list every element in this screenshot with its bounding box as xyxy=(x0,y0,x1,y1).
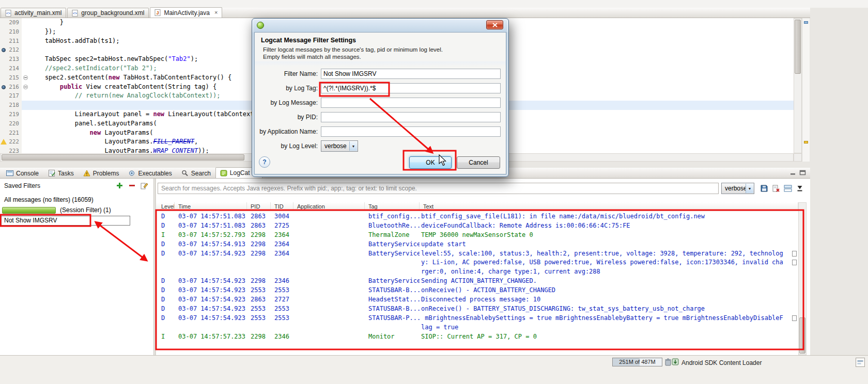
filter-item-selected[interactable]: Not Show IMGSRV xyxy=(1,216,130,226)
log-tag-input[interactable] xyxy=(321,83,501,93)
dialog-close-button[interactable] xyxy=(486,20,503,29)
fold-column[interactable] xyxy=(22,27,30,37)
filter-item-all-messages[interactable]: All messages (no filters) (16059) xyxy=(4,196,94,203)
gutter-marker-column[interactable] xyxy=(0,83,7,92)
filter-name-input[interactable] xyxy=(321,69,501,79)
gutter-marker-column[interactable] xyxy=(0,18,7,27)
log-message-input[interactable] xyxy=(321,98,501,108)
gutter-marker-column[interactable] xyxy=(0,45,7,55)
log-row[interactable]: I03-07 14:57:57.23322982346MonitorSIOP::… xyxy=(156,332,798,342)
line-number[interactable]: 220 xyxy=(7,119,22,129)
line-number[interactable]: 214 xyxy=(7,64,22,73)
display-panes-button[interactable] xyxy=(782,183,794,194)
logcat-vertical-scrollbar[interactable] xyxy=(798,202,807,355)
line-number[interactable]: 212 xyxy=(7,45,22,55)
fold-column[interactable] xyxy=(22,45,30,55)
line-number[interactable]: 222 xyxy=(7,137,22,147)
editor-vertical-scrollbar[interactable] xyxy=(794,18,802,153)
column-header-tag[interactable]: Tag xyxy=(365,202,420,211)
column-header-pid[interactable]: PID xyxy=(247,202,271,211)
view-tab-executables[interactable]: Executables xyxy=(123,168,176,178)
breakpoint-icon[interactable] xyxy=(2,85,6,89)
line-number[interactable]: 216 xyxy=(7,83,22,92)
view-tab-search[interactable]: Search xyxy=(177,168,215,178)
gutter-marker-column[interactable] xyxy=(0,147,7,153)
gutter-marker-column[interactable] xyxy=(0,110,7,119)
logcat-level-select[interactable]: verbose ▼ xyxy=(721,183,754,194)
fold-column[interactable] xyxy=(22,101,30,110)
gutter-marker-column[interactable] xyxy=(0,91,7,101)
log-row[interactable]: D03-07 14:57:54.92325532553STATUSBAR-B..… xyxy=(156,286,798,295)
gutter-marker-column[interactable] xyxy=(0,27,7,37)
scrollbar-thumb[interactable] xyxy=(799,317,805,354)
save-log-button[interactable] xyxy=(758,183,770,194)
log-row[interactable]: rger:0, online:4, charge type:1, current… xyxy=(156,267,798,277)
breakpoint-icon[interactable] xyxy=(2,48,6,52)
line-number[interactable]: 213 xyxy=(7,55,22,64)
cancel-button[interactable]: Cancel xyxy=(457,156,500,169)
panel-minimize-icon[interactable] xyxy=(788,169,797,177)
line-number[interactable]: 211 xyxy=(7,37,22,46)
log-row[interactable]: D03-07 14:57:51.08328633004btif_config..… xyxy=(156,212,798,221)
fold-column[interactable] xyxy=(22,137,30,147)
add-filter-button[interactable] xyxy=(115,181,124,190)
annotation-ruler[interactable] xyxy=(802,18,810,162)
fold-column[interactable] xyxy=(22,73,30,83)
line-number[interactable]: 219 xyxy=(7,110,22,119)
fold-collapse-icon[interactable] xyxy=(23,85,28,89)
log-row[interactable]: lag = true xyxy=(156,323,798,332)
ok-button[interactable]: OK xyxy=(409,156,452,169)
logcat-search-input[interactable] xyxy=(158,183,719,194)
log-row[interactable]: D03-07 14:57:54.92328632727HeadsetStat..… xyxy=(156,295,798,305)
trash-icon[interactable] xyxy=(665,358,671,367)
log-row[interactable]: y: Li-ion, AC powered:false, USB powered… xyxy=(156,258,798,267)
tab-close-icon[interactable]: × xyxy=(214,10,218,15)
fold-column[interactable] xyxy=(22,147,30,153)
gutter-marker-column[interactable] xyxy=(0,55,7,64)
filter-item-session[interactable]: (Session Filter) (1) xyxy=(2,206,111,214)
fold-column[interactable] xyxy=(22,119,30,129)
scrollbar-thumb[interactable] xyxy=(795,20,801,74)
panel-maximize-icon[interactable] xyxy=(798,169,807,177)
log-row[interactable]: D03-07 14:57:54.92322982346BatteryServic… xyxy=(156,277,798,286)
column-header-application[interactable]: Application xyxy=(293,202,365,211)
view-tab-tasks[interactable]: Tasks xyxy=(43,168,79,178)
log-row[interactable]: I03-07 14:57:52.79322982364ThermalZoneTE… xyxy=(156,231,798,240)
warning-mark[interactable] xyxy=(804,141,808,143)
log-row[interactable]: D03-07 14:57:51.08328632725BluetoothRe..… xyxy=(156,221,798,231)
gutter-marker-column[interactable] xyxy=(0,119,7,129)
gutter-marker-column[interactable] xyxy=(0,73,7,83)
gutter-marker-column[interactable] xyxy=(0,64,7,73)
column-header-text[interactable]: Text xyxy=(420,202,798,211)
line-number[interactable]: 218 xyxy=(7,101,22,110)
help-button[interactable]: ? xyxy=(259,156,270,168)
line-number[interactable]: 217 xyxy=(7,91,22,101)
editor-tab-MainActivity.java[interactable]: JMainActivity.java× xyxy=(150,7,222,18)
column-header-level[interactable]: Level xyxy=(156,202,175,211)
application-name-input[interactable] xyxy=(321,126,501,137)
edit-filter-button[interactable] xyxy=(140,181,149,190)
fold-column[interactable] xyxy=(22,64,30,73)
remove-filter-button[interactable] xyxy=(128,181,136,190)
gutter-marker-column[interactable] xyxy=(0,101,7,110)
fold-column[interactable] xyxy=(22,55,30,64)
log-level-select[interactable]: verbose ▼ xyxy=(321,140,358,152)
fold-column[interactable] xyxy=(22,129,30,138)
column-header-tid[interactable]: TID xyxy=(271,202,293,211)
gutter-marker-column[interactable] xyxy=(0,137,7,147)
scrollbar-thumb[interactable] xyxy=(2,154,244,161)
line-number[interactable]: 215 xyxy=(7,73,22,83)
log-row[interactable]: D03-07 14:57:54.92322982364BatteryServic… xyxy=(156,249,798,259)
fold-column[interactable] xyxy=(22,83,30,92)
editor-tab-activity_main.xml[interactable]: <>activity_main.xml xyxy=(1,8,66,18)
fold-column[interactable] xyxy=(22,110,30,119)
gutter-marker-column[interactable] xyxy=(0,129,7,138)
fold-column[interactable] xyxy=(22,91,30,101)
fold-column[interactable] xyxy=(22,37,30,46)
line-number[interactable]: 223 xyxy=(7,147,22,153)
pid-input[interactable] xyxy=(321,112,501,122)
log-row[interactable]: D03-07 14:57:54.92325532553STATUSBAR-B..… xyxy=(156,305,798,314)
annotation-mark[interactable] xyxy=(804,21,808,24)
warning-icon[interactable] xyxy=(1,139,7,145)
fold-column[interactable] xyxy=(22,18,30,27)
